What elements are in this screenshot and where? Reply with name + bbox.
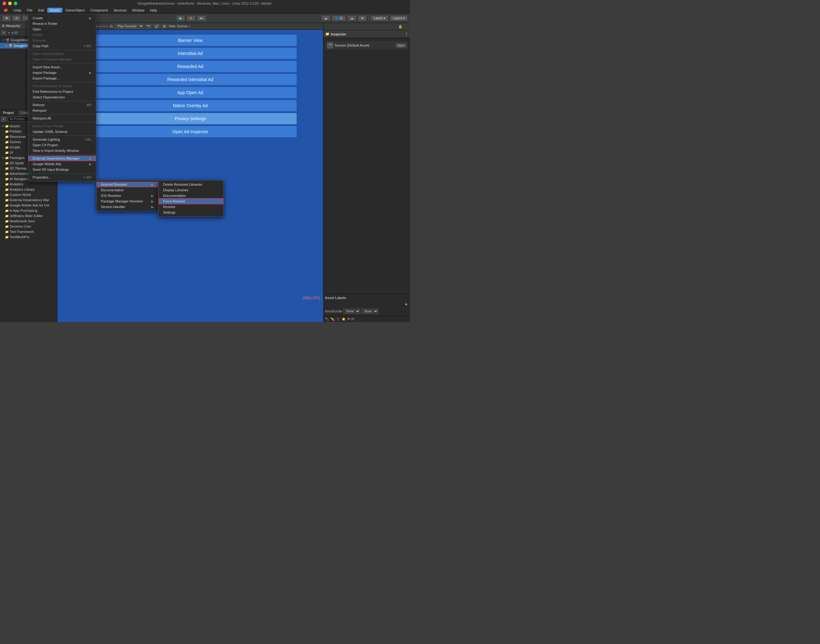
inspector-toolbar: 🔒 ⋮ [323, 23, 410, 31]
menu-open-csharp[interactable]: Open C# Project [28, 142, 96, 148]
menu-generate-lighting[interactable]: Generate Lighting ⇧⌘L [28, 136, 96, 142]
menu-unity[interactable]: Unity [11, 8, 24, 13]
asset-bundle-select[interactable]: None [344, 309, 360, 314]
version-handler-label: Version Handler [101, 205, 125, 209]
inspector-lock-icon[interactable]: 🔒 [398, 25, 402, 29]
android-delete-resolved-libs[interactable]: Delete Resolved Libraries [159, 182, 223, 187]
gizmos-label: Gizmos [177, 25, 187, 28]
assets-menu[interactable]: Create ▶ Reveal in Finder Open Delete Re… [28, 14, 96, 182]
pkg-edm[interactable]: 📁 External Dependency Mar [0, 198, 57, 203]
analytics-library-label: Analytics Library [10, 187, 35, 191]
interstitial-ad-button[interactable]: Interstitial Ad [84, 48, 296, 59]
project-tab[interactable]: Project [0, 110, 17, 115]
menu-window[interactable]: Window [130, 8, 147, 13]
version-handler-arrow: ▶ [151, 205, 154, 209]
menu-google-mobile-ads[interactable]: Google Mobile Ads ▶ [28, 161, 96, 167]
menu-import-new-asset[interactable]: Import New Asset... [28, 64, 96, 70]
menu-create[interactable]: Create ▶ [28, 15, 96, 21]
asset-bundle-variant-select[interactable]: None [362, 309, 378, 314]
menu-reveal-finder[interactable]: Reveal in Finder [28, 21, 96, 26]
android-documentation[interactable]: Documentation [159, 193, 223, 198]
menu-delete: Delete [28, 32, 96, 38]
layers-button[interactable]: Layers ▾ [371, 15, 388, 21]
move-tool[interactable]: ✥ [3, 15, 11, 21]
close-button[interactable] [3, 2, 6, 5]
edm-documentation[interactable]: Documentation [97, 187, 158, 193]
cloud-button[interactable]: ☁ [347, 15, 356, 21]
pkg-custom-nunit[interactable]: 📁 Custom NUnit [0, 192, 57, 198]
layout-button[interactable]: Layout ▾ [390, 15, 407, 21]
menu-reimport[interactable]: Reimport [28, 108, 96, 113]
title-bar: GoogleMobileAdsScene - HelloWorld - Wind… [0, 0, 410, 7]
edm-submenu[interactable]: Android Resolver ▶ Documentation iOS Res… [96, 180, 158, 211]
pkg-textmeshpro[interactable]: 📁 TextMeshPro [0, 235, 57, 240]
menu-import-package[interactable]: Import Package ▶ [28, 70, 96, 75]
pkg-services-core[interactable]: 📁 Services Core [0, 224, 57, 229]
project-add-button[interactable]: + [1, 117, 6, 121]
menu-find-refs-project[interactable]: Find References In Project [28, 89, 96, 94]
menu-component[interactable]: Component [88, 8, 111, 13]
pause-button[interactable]: ⏸ [187, 15, 195, 21]
open-scene-button[interactable]: Open [396, 43, 406, 48]
menu-assets[interactable]: Assets [47, 8, 63, 13]
edm-android-resolver[interactable]: Android Resolver ▶ [97, 182, 158, 187]
account-button[interactable]: 👤 JL [332, 15, 346, 21]
edm-version-handler[interactable]: Version Handler ▶ [97, 204, 158, 210]
menu-open[interactable]: Open [28, 26, 96, 32]
play-button[interactable]: ▶ [177, 15, 185, 21]
rotate-tool[interactable]: ↺ [12, 15, 20, 21]
menu-update-uxml[interactable]: Update UXML Schema [28, 129, 96, 135]
edm-ios-resolver[interactable]: iOS Resolver ▶ [97, 193, 158, 198]
hierarchy-add-button[interactable]: + [1, 31, 6, 35]
sep-1 [28, 50, 96, 50]
menu-help[interactable]: Help [147, 8, 160, 13]
collab-button[interactable]: ☁ [321, 15, 330, 21]
menu-seed-xr[interactable]: Seed XR Input Bindings [28, 167, 96, 172]
android-resolver-submenu[interactable]: Delete Resolved Libraries Display Librar… [158, 180, 224, 217]
menu-copy-path[interactable]: Copy Path ⌥⌘C [28, 43, 96, 49]
apple-menu[interactable]: 🍎 [1, 8, 11, 13]
play-focused-dropdown[interactable]: Play Focused [114, 24, 144, 29]
step-button[interactable]: ⏭ [197, 15, 206, 21]
pkg-newtonsoft[interactable]: 📁 Newtonsoft Json [0, 219, 57, 224]
inspector-more-icon[interactable]: ⋮ [405, 32, 408, 36]
rewarded-ad-button[interactable]: Rewarded Ad [84, 61, 296, 72]
menu-gameobject[interactable]: GameObject [63, 8, 87, 13]
android-settings[interactable]: Settings [159, 210, 223, 215]
settings-button[interactable]: ⚙ [358, 15, 367, 21]
menu-file[interactable]: File [25, 8, 35, 13]
open-ad-inspector-button[interactable]: Open Ad Inspector [84, 126, 296, 137]
menu-select-deps[interactable]: Select Dependencies [28, 94, 96, 100]
edm-pkg-manager-resolver[interactable]: Package Manager Resolver ▶ [97, 198, 158, 204]
menu-edit[interactable]: Edit [36, 8, 47, 13]
app-open-ad-button[interactable]: App Open Ad [84, 87, 296, 98]
banner-view-button[interactable]: Banner View [84, 35, 296, 46]
hierarchy-menu-icon[interactable]: ☰ [2, 24, 5, 28]
sound-icon-btn[interactable]: 🔊 [153, 24, 160, 29]
menu-refresh[interactable]: Refresh ⌘R [28, 102, 96, 108]
pkg-analytics[interactable]: 📁 Analytics [0, 182, 57, 187]
menu-services[interactable]: Services [111, 8, 129, 13]
asset-labels-add-icon[interactable]: ✦ [325, 302, 408, 307]
privacy-settings-button[interactable]: Privacy Settings [84, 113, 296, 124]
android-resolve[interactable]: Resolve [159, 204, 223, 210]
menu-view-import-activity[interactable]: View in Import Activity Window [28, 148, 96, 153]
android-display-libraries[interactable]: Display Libraries [159, 187, 223, 193]
pkg-gma[interactable]: 📁 Google Mobile Ads for Uni [0, 203, 57, 208]
rewarded-interstitial-button[interactable]: Rewarded Interstitial Ad [84, 74, 296, 85]
menu-reimport-all[interactable]: Reimport All [28, 115, 96, 121]
menu-properties[interactable]: Properties... ⌥⌘P [28, 175, 96, 180]
menu-export-package[interactable]: Export Package... [28, 75, 96, 81]
minimize-button[interactable] [8, 2, 12, 5]
pkg-analytics-lib[interactable]: 📁 Analytics Library [0, 187, 57, 192]
pkg-test-framework[interactable]: 📁 Test Framework [0, 229, 57, 235]
display-icon-btn[interactable]: 🖥 [161, 24, 167, 29]
pkg-iap[interactable]: 📁 In App Purchasing [0, 208, 57, 213]
native-overlay-button[interactable]: Native Overlay Ad [84, 100, 296, 111]
pkg-jbrider[interactable]: 📁 JetBrains Rider Editor [0, 213, 57, 219]
maximize-button[interactable] [14, 2, 17, 5]
menu-edm[interactable]: External Dependency Manager ▶ [28, 156, 96, 161]
packages-label: Packages [10, 156, 25, 159]
camera-icon-btn[interactable]: 📷 [145, 24, 152, 29]
android-force-resolve[interactable]: Force Resolve [159, 198, 223, 204]
